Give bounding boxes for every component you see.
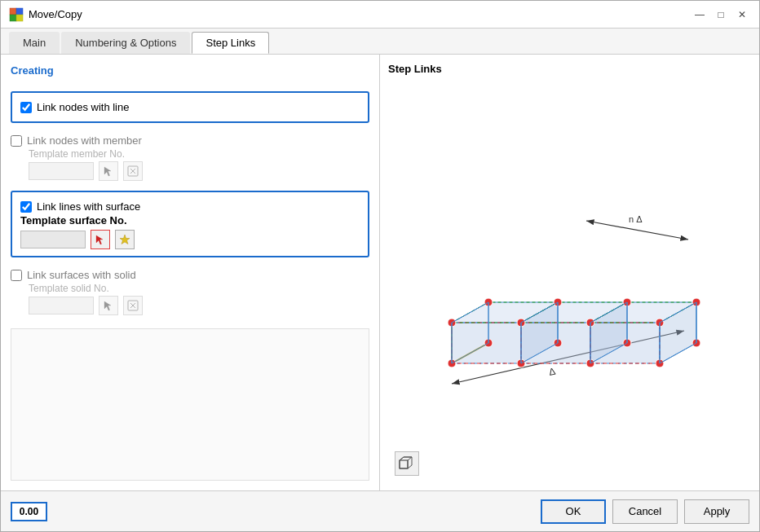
template-surface-label: Template surface No. [20, 214, 360, 226]
cursor-icon [103, 165, 114, 177]
ok-button[interactable]: OK [541, 499, 606, 524]
link-nodes-member-row: Link nodes with member [11, 133, 369, 148]
link-surfaces-solid-section: Link surfaces with solid Template solid … [11, 267, 369, 315]
tab-numbering[interactable]: Numbering & Options [61, 32, 190, 54]
template-solid-input-row [29, 296, 369, 315]
link-nodes-line-group: Link nodes with line [11, 91, 369, 123]
section-creating-title: Creating [11, 64, 369, 77]
svg-rect-14 [415, 152, 725, 412]
main-content: Creating Link nodes with line Link nodes… [1, 55, 759, 490]
link-nodes-line-checkbox[interactable] [20, 102, 32, 113]
step-links-diagram: Δ n Δ [415, 152, 725, 412]
cursor-red-icon [95, 234, 106, 245]
svg-text:n Δ: n Δ [629, 214, 643, 224]
coordinate-display: 0.00 [11, 502, 47, 521]
left-panel: Creating Link nodes with line Link nodes… [1, 55, 380, 490]
link-nodes-member-label: Link nodes with member [27, 134, 142, 147]
svg-rect-0 [10, 8, 16, 15]
surface-cursor-button[interactable] [91, 230, 110, 249]
link-surfaces-solid-label: Link surfaces with solid [27, 269, 136, 281]
star-pick-icon [119, 234, 130, 245]
link-surfaces-solid-checkbox[interactable] [11, 270, 22, 281]
maximize-button[interactable]: □ [712, 7, 730, 23]
window-title: Move/Copy [29, 8, 82, 20]
link-lines-surface-row: Link lines with surface [20, 199, 360, 214]
app-icon [9, 7, 24, 22]
link-lines-surface-group: Link lines with surface Template surface… [11, 191, 369, 257]
apply-button[interactable]: Apply [684, 499, 749, 524]
diagram-area: Δ n Δ [388, 81, 751, 482]
link-lines-surface-label: Link lines with surface [37, 200, 140, 213]
cancel-button[interactable]: Cancel [612, 499, 678, 524]
pick-icon [127, 165, 139, 177]
title-bar: Move/Copy — □ ✕ [1, 1, 759, 29]
surface-pick-button[interactable] [115, 230, 135, 249]
cursor-solid-icon [103, 300, 114, 311]
empty-area [11, 328, 369, 481]
link-lines-surface-checkbox[interactable] [20, 201, 32, 213]
solid-cursor-button[interactable] [99, 296, 118, 315]
view3d-icon [399, 455, 415, 472]
bottom-buttons: OK Cancel Apply [541, 499, 749, 524]
tabs-bar: Main Numbering & Options Step Links [1, 29, 759, 55]
title-bar-left: Move/Copy [9, 7, 82, 22]
svg-marker-9 [120, 235, 130, 244]
link-surfaces-solid-row: Link surfaces with solid [11, 267, 369, 283]
svg-marker-8 [96, 235, 103, 244]
tab-main[interactable]: Main [9, 32, 60, 54]
tab-steplinks[interactable]: Step Links [192, 32, 269, 54]
close-button[interactable]: ✕ [733, 7, 751, 23]
member-pick-button[interactable] [123, 161, 143, 181]
template-member-input[interactable] [29, 162, 94, 180]
template-surface-input-row [20, 230, 360, 249]
svg-rect-70 [400, 460, 408, 468]
link-nodes-line-row: Link nodes with line [20, 99, 360, 115]
svg-marker-4 [104, 167, 111, 176]
bottom-bar: 0.00 OK Cancel Apply [1, 490, 759, 531]
svg-marker-10 [104, 301, 111, 310]
pick-solid-icon [127, 300, 139, 311]
svg-rect-1 [16, 8, 23, 15]
template-surface-input[interactable] [20, 231, 86, 248]
title-controls: — □ ✕ [691, 7, 751, 23]
svg-rect-2 [10, 15, 16, 21]
solid-pick-button[interactable] [123, 296, 143, 315]
template-member-input-row [29, 161, 369, 181]
right-panel-title: Step Links [388, 63, 751, 75]
template-member-label: Template member No. [29, 148, 369, 160]
dialog-window: Move/Copy — □ ✕ Main Numbering & Options… [0, 0, 760, 532]
bottom-left: 0.00 [11, 502, 47, 521]
minimize-button[interactable]: — [691, 7, 709, 23]
view-3d-button[interactable] [395, 451, 419, 476]
member-cursor-button[interactable] [99, 161, 118, 181]
template-solid-label: Template solid No. [29, 283, 369, 294]
right-panel: Step Links [380, 55, 759, 490]
link-nodes-line-label: Link nodes with line [37, 101, 129, 113]
link-nodes-member-section: Link nodes with member Template member N… [11, 133, 369, 181]
link-nodes-member-checkbox[interactable] [11, 135, 22, 147]
svg-rect-3 [16, 15, 23, 21]
template-solid-input[interactable] [29, 297, 94, 314]
svg-line-73 [408, 457, 412, 460]
